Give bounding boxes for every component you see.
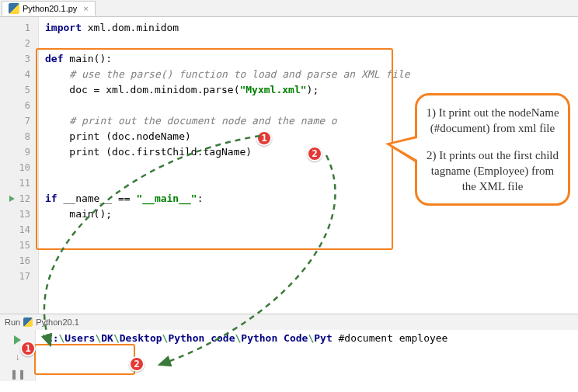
code-text: main(): [63, 53, 112, 64]
annotation-badge-out-2: 2 [129, 356, 144, 372]
line-number: 3 [0, 51, 38, 67]
run-panel: Run Python20.1 ↓ ❚❚ 'C:\Users\DK\Desktop… [0, 314, 578, 381]
line-number: 14 [0, 222, 38, 238]
code-comment: # print out the document node and the na… [69, 115, 336, 127]
console-output[interactable]: 'C:\Users\DK\Desktop\Python code\Python … [36, 330, 578, 381]
line-number: 10 [0, 160, 38, 175]
line-number-gutter: 1 2 3 4 5 6 7 8 9 10 11 12 13 14 15 16 1… [0, 17, 39, 314]
code-text: print (doc.firstChild.tagName) [69, 146, 252, 158]
code-text: doc = xml.dom.minidom.parse( [69, 84, 239, 95]
line-number: 9 [0, 144, 38, 160]
line-number: 2 [0, 36, 38, 51]
line-number: 16 [0, 253, 38, 269]
python-config-icon [23, 317, 33, 327]
tab-close-icon[interactable]: × [83, 4, 88, 13]
code-keyword: if [45, 193, 57, 204]
code-string: "Myxml.xml" [239, 84, 306, 95]
code-text: __name__ == [57, 193, 137, 204]
code-text: : [197, 193, 204, 204]
console-line-2: employee [399, 332, 448, 344]
code-keyword: def [45, 53, 63, 64]
tab-filename: Python20.1.py [23, 4, 77, 13]
annotation-badge-2: 2 [307, 146, 322, 161]
annotation-box-output [34, 344, 135, 375]
annotation-badge-out-1: 1 [20, 341, 36, 356]
code-comment: # use the parse() function to load and p… [69, 68, 409, 80]
tab-bar: Python20.1.py × [0, 0, 578, 17]
run-header-label: Run [5, 317, 20, 327]
code-text: ); [307, 84, 319, 95]
run-header: Run Python20.1 [0, 314, 578, 330]
annotation-badge-1: 1 [256, 130, 272, 146]
code-keyword: import [45, 22, 82, 33]
line-number: 15 [0, 238, 38, 253]
pause-button[interactable]: ❚❚ [11, 367, 25, 381]
line-number: 13 [0, 206, 38, 222]
line-number: 12 [0, 191, 38, 206]
annotation-callout: 1) It print out the nodeName (#document)… [415, 93, 570, 206]
run-config-name: Python20.1 [36, 317, 79, 327]
line-number: 17 [0, 269, 38, 284]
line-number: 11 [0, 175, 38, 191]
console-path: 'C:\Users\DK\Desktop\Python code\Python … [40, 332, 333, 344]
python-file-icon [9, 3, 19, 14]
line-number: 6 [0, 98, 38, 113]
play-icon [14, 335, 21, 345]
callout-tail-inner [391, 138, 417, 160]
code-string: "__main__" [136, 193, 197, 204]
run-body: ↓ ❚❚ 'C:\Users\DK\Desktop\Python code\Py… [0, 330, 578, 381]
line-number: 4 [0, 67, 38, 82]
code-text: print (doc.nodeName) [69, 130, 191, 142]
line-number: 1 [0, 20, 38, 36]
file-tab[interactable]: Python20.1.py × [2, 1, 96, 16]
console-line-1: #document [339, 332, 393, 344]
line-number: 5 [0, 82, 38, 98]
callout-text-2: 2) It prints out the first child tagname… [425, 147, 560, 195]
callout-text-1: 1) It print out the nodeName (#document)… [425, 105, 560, 137]
code-text: xml.dom.minidom [82, 22, 179, 33]
line-number: 8 [0, 129, 38, 144]
code-text: main(); [69, 208, 112, 220]
line-number: 7 [0, 113, 38, 129]
